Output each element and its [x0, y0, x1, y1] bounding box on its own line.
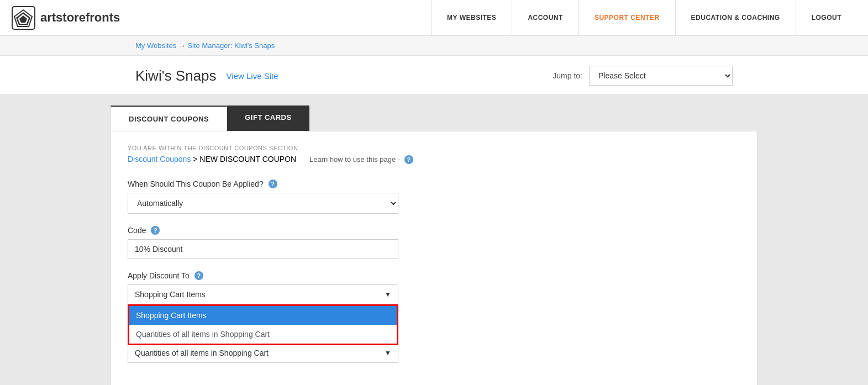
code-field-group: Code ? — [128, 226, 740, 259]
section-notice: YOU ARE WITHIN THE DISCOUNT COUPONS SECT… — [128, 145, 740, 151]
breadcrumb-sep: → — [178, 41, 188, 50]
logo[interactable]: artstorefronts — [11, 6, 120, 30]
nav-education-coaching[interactable]: EDUCATION & COACHING — [675, 0, 796, 36]
header: artstorefronts MY WEBSITES ACCOUNT SUPPO… — [0, 0, 868, 36]
apply-dropdown-container: Shopping Cart Items ▼ Shopping Cart Item… — [128, 284, 398, 304]
apply-dropdown-options: Shopping Cart Items Quantities of all it… — [128, 304, 398, 345]
learn-help-icon[interactable]: ? — [404, 155, 413, 164]
learn-link-text: Learn how to use this page - ? — [309, 155, 413, 164]
main-content: YOU ARE WITHIN THE DISCOUNT COUPONS SECT… — [111, 131, 757, 385]
apply-dropdown-selected[interactable]: Shopping Cart Items ▼ — [128, 284, 398, 304]
jump-to-select[interactable]: Please Select — [589, 66, 733, 86]
nav-support-center[interactable]: SUPPORT CENTER — [578, 0, 675, 36]
quantities-field-group: Quantities of all items in Shopping Cart… — [128, 343, 740, 363]
quantities-dropdown-chevron: ▼ — [385, 349, 391, 357]
logo-text: artstorefronts — [40, 10, 120, 25]
main-nav: MY WEBSITES ACCOUNT SUPPORT CENTER EDUCA… — [431, 0, 857, 36]
code-label: Code ? — [128, 226, 740, 235]
discount-coupons-link[interactable]: Discount Coupons — [128, 155, 191, 164]
apply-option-cart-items[interactable]: Shopping Cart Items — [129, 306, 397, 325]
code-help-icon[interactable]: ? — [151, 226, 160, 235]
apply-option-quantities[interactable]: Quantities of all items in Shopping Cart — [129, 325, 397, 344]
code-input[interactable] — [128, 239, 398, 259]
tab-gift-cards[interactable]: GIFT CARDS — [227, 106, 309, 131]
view-live-site-link[interactable]: View Live Site — [227, 71, 278, 81]
inner-breadcrumb-sep: > NEW DISCOUNT COUPON — [193, 155, 296, 164]
when-label: When Should This Coupon Be Applied? ? — [128, 180, 740, 188]
breadcrumb-site-manager[interactable]: Site Manager: Kiwi's Snaps — [187, 41, 275, 50]
inner-breadcrumb: Discount Coupons > NEW DISCOUNT COUPON L… — [128, 155, 740, 164]
logo-icon — [11, 6, 36, 30]
apply-help-icon[interactable]: ? — [194, 271, 203, 280]
nav-my-websites[interactable]: MY WEBSITES — [431, 0, 512, 36]
quantities-dropdown-selected[interactable]: Quantities of all items in Shopping Cart… — [128, 343, 398, 363]
breadcrumb-my-websites[interactable]: My Websites — [135, 41, 176, 50]
jump-to-area: Jump to: Please Select — [553, 66, 733, 86]
when-select[interactable]: Automatically — [128, 193, 398, 214]
nav-account[interactable]: ACCOUNT — [512, 0, 578, 36]
apply-dropdown-chevron: ▼ — [385, 291, 391, 298]
page-title-area: Kiwi's Snaps View Live Site — [135, 67, 278, 85]
jump-to-label: Jump to: — [553, 71, 582, 80]
tab-discount-coupons[interactable]: DISCOUNT COUPONS — [111, 106, 227, 131]
breadcrumb: My Websites → Site Manager: Kiwi's Snaps — [0, 36, 868, 56]
apply-label: Apply Discount To ? — [128, 271, 740, 280]
tabs: DISCOUNT COUPONS GIFT CARDS — [111, 106, 757, 131]
page-header: Kiwi's Snaps View Live Site Jump to: Ple… — [0, 56, 868, 94]
quantities-dropdown-container: Quantities of all items in Shopping Cart… — [128, 343, 398, 363]
when-field-group: When Should This Coupon Be Applied? ? Au… — [128, 180, 740, 214]
nav-logout[interactable]: LOGOUT — [796, 0, 857, 36]
apply-field-group: Apply Discount To ? Shopping Cart Items … — [128, 271, 740, 304]
when-help-icon[interactable]: ? — [269, 180, 277, 188]
page-title: Kiwi's Snaps — [135, 67, 217, 85]
